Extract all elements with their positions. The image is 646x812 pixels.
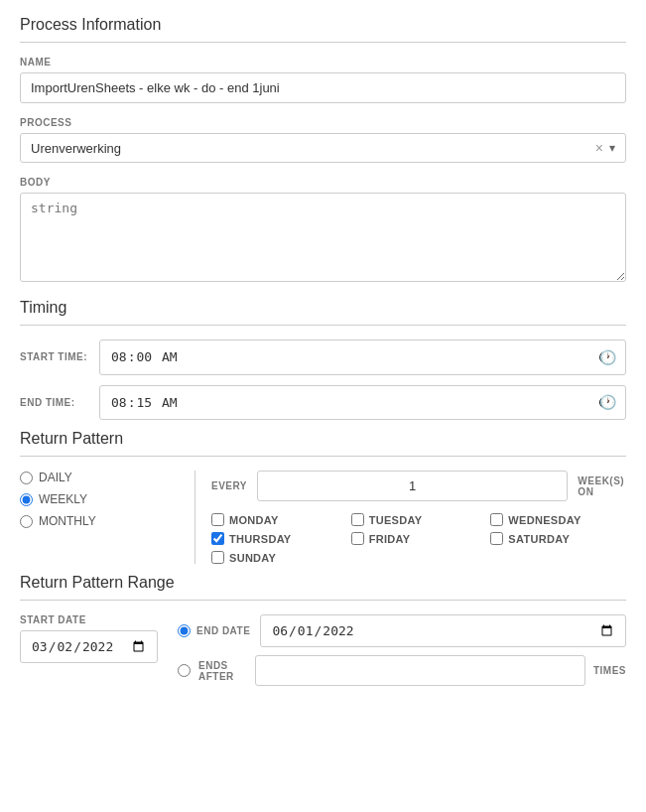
- process-field-group: PROCESS Urenverwerking × ▾: [20, 117, 626, 163]
- monthly-label: MONTHLY: [39, 514, 96, 528]
- end-date-label: END DATE: [196, 625, 250, 636]
- tuesday-checkbox[interactable]: [351, 513, 364, 526]
- start-time-input[interactable]: [99, 339, 626, 375]
- select-clear-icon[interactable]: ×: [595, 140, 603, 156]
- thursday-checkbox-label[interactable]: THURSDAY: [211, 532, 347, 545]
- friday-checkbox[interactable]: [351, 532, 364, 545]
- rp-divider: [194, 471, 195, 564]
- friday-label: FRIDAY: [369, 533, 411, 545]
- frequency-config: EVERY WEEK(S) ON MONDAY TUESDAY WEDNESDA…: [211, 471, 626, 564]
- saturday-checkbox-label[interactable]: SATURDAY: [490, 532, 626, 545]
- wednesday-checkbox-label[interactable]: WEDNESDAY: [490, 513, 626, 526]
- monday-checkbox[interactable]: [211, 513, 224, 526]
- sunday-checkbox-label[interactable]: SUNDAY: [211, 551, 347, 564]
- friday-checkbox-label[interactable]: FRIDAY: [351, 532, 487, 545]
- name-input[interactable]: [20, 72, 626, 103]
- saturday-checkbox[interactable]: [490, 532, 503, 545]
- process-information-title: Process Information: [20, 16, 626, 43]
- end-date-col: END DATE ENDS AFTER TIMES: [178, 614, 626, 686]
- return-pattern-range-section: Return Pattern Range START DATE END DATE…: [20, 574, 626, 686]
- end-date-row: END DATE: [178, 614, 626, 647]
- start-time-wrapper: 🕐: [99, 339, 626, 375]
- sunday-label: SUNDAY: [229, 552, 276, 564]
- daily-label: DAILY: [39, 471, 72, 484]
- weeks-on-label: WEEK(S) ON: [578, 475, 626, 497]
- end-date-input[interactable]: [260, 614, 626, 647]
- tuesday-label: TUESDAY: [369, 514, 423, 526]
- name-field-group: NAME: [20, 57, 626, 103]
- range-main: START DATE END DATE ENDS AFTER TIMES: [20, 614, 626, 686]
- body-field-group: BODY: [20, 177, 626, 285]
- body-label: BODY: [20, 177, 626, 188]
- ends-after-input[interactable]: [255, 655, 584, 686]
- weekly-option[interactable]: WEEKLY: [20, 492, 179, 506]
- process-label: PROCESS: [20, 117, 626, 128]
- times-label: TIMES: [593, 665, 626, 676]
- every-row: EVERY WEEK(S) ON: [211, 471, 626, 501]
- daily-radio[interactable]: [20, 472, 33, 484]
- frequency-radio-group: DAILY WEEKLY MONTHLY: [20, 471, 179, 528]
- monthly-radio[interactable]: [20, 515, 33, 528]
- end-time-label: END TIME:: [20, 397, 99, 408]
- wednesday-checkbox[interactable]: [490, 513, 503, 526]
- process-select-value: Urenverwerking: [31, 141, 595, 156]
- name-label: NAME: [20, 57, 626, 68]
- thursday-checkbox[interactable]: [211, 532, 224, 545]
- tuesday-checkbox-label[interactable]: TUESDAY: [351, 513, 487, 526]
- every-label: EVERY: [211, 480, 247, 491]
- start-time-label: START TIME:: [20, 351, 99, 362]
- end-time-input[interactable]: [99, 385, 626, 421]
- end-date-radio[interactable]: [178, 624, 191, 637]
- daily-option[interactable]: DAILY: [20, 471, 179, 484]
- process-information-section: Process Information NAME PROCESS Urenver…: [20, 16, 626, 285]
- end-time-row: END TIME: 🕐: [20, 385, 626, 421]
- return-pattern-range-title: Return Pattern Range: [20, 574, 626, 601]
- ends-after-radio[interactable]: [178, 664, 191, 677]
- weekly-label: WEEKLY: [39, 492, 87, 506]
- sunday-checkbox[interactable]: [211, 551, 224, 564]
- select-arrow-icon: ▾: [609, 141, 615, 155]
- return-pattern-body: DAILY WEEKLY MONTHLY EVERY WEEK(S) ON: [20, 471, 626, 564]
- days-grid: MONDAY TUESDAY WEDNESDAY THURSDAY F: [211, 513, 626, 564]
- thursday-label: THURSDAY: [229, 533, 292, 545]
- weekly-radio[interactable]: [20, 493, 33, 506]
- start-time-row: START TIME: 🕐: [20, 339, 626, 375]
- start-date-col: START DATE: [20, 614, 158, 663]
- saturday-label: SATURDAY: [508, 533, 570, 545]
- monthly-option[interactable]: MONTHLY: [20, 514, 179, 528]
- monday-checkbox-label[interactable]: MONDAY: [211, 513, 347, 526]
- start-date-label: START DATE: [20, 614, 158, 625]
- frequency-group: DAILY WEEKLY MONTHLY: [20, 471, 179, 564]
- ends-after-row: ENDS AFTER TIMES: [178, 655, 626, 686]
- body-textarea[interactable]: [20, 193, 626, 282]
- return-pattern-section: Return Pattern DAILY WEEKLY MONTHLY: [20, 430, 626, 564]
- wednesday-label: WEDNESDAY: [508, 514, 581, 526]
- ends-after-label: ENDS AFTER: [198, 660, 247, 682]
- process-select[interactable]: Urenverwerking × ▾: [20, 133, 626, 163]
- return-pattern-title: Return Pattern: [20, 430, 626, 457]
- timing-section: Timing START TIME: 🕐 END TIME: 🕐: [20, 299, 626, 420]
- monday-label: MONDAY: [229, 514, 279, 526]
- start-date-input[interactable]: [20, 630, 158, 663]
- end-time-wrapper: 🕐: [99, 385, 626, 421]
- timing-title: Timing: [20, 299, 626, 326]
- every-input[interactable]: [257, 471, 568, 501]
